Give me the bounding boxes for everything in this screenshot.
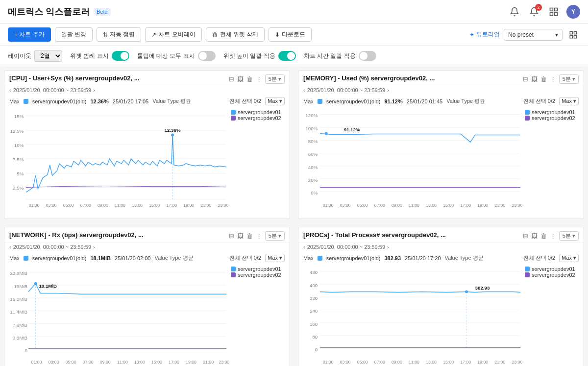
cpu-legend-item-2: servergroupdev02 (231, 115, 285, 121)
delete-all-button[interactable]: 🗑 전체 위젯 삭제 (206, 27, 265, 42)
procs-interval[interactable]: 5분 ▾ (559, 231, 579, 241)
procs-more-icon[interactable]: ⋮ (550, 232, 556, 240)
network-more-icon[interactable]: ⋮ (256, 232, 262, 240)
legend-toggle[interactable] (112, 51, 129, 61)
network-next-icon[interactable]: › (93, 244, 95, 250)
height-option: 위젯 높이 일괄 적용 (223, 51, 296, 61)
svg-text:15%: 15% (14, 114, 24, 119)
tooltip-option: 툴팁에 대상 모두 표시 (137, 51, 216, 61)
memory-prev-icon[interactable]: ‹ (303, 87, 305, 93)
memory-filter-icon[interactable]: ⊟ (523, 75, 528, 83)
cpu-more-icon[interactable]: ⋮ (256, 75, 262, 83)
notification-icon[interactable] (508, 5, 521, 19)
chevron-down-icon: ▾ (555, 31, 558, 38)
grid-settings-icon[interactable] (566, 28, 580, 42)
cpu-max-select[interactable]: Max ▾ (265, 97, 285, 105)
network-prev-icon[interactable]: ‹ (9, 244, 11, 250)
network-image-icon[interactable]: 🖼 (237, 232, 244, 240)
svg-text:01:00: 01:00 (323, 360, 334, 365)
network-max-select[interactable]: Max ▾ (265, 254, 285, 262)
svg-rect-6 (574, 35, 577, 38)
memory-more-icon[interactable]: ⋮ (550, 75, 556, 83)
tooltip-toggle[interactable] (198, 51, 216, 61)
svg-text:21:00: 21:00 (494, 203, 505, 208)
procs-trash-icon[interactable]: 🗑 (540, 232, 547, 240)
procs-prev-icon[interactable]: ‹ (303, 244, 305, 250)
memory-interval[interactable]: 5분 ▾ (559, 74, 579, 84)
cpu-prev-icon[interactable]: ‹ (9, 87, 11, 93)
time-toggle[interactable] (359, 51, 376, 61)
cpu-legend-item-1: servergroupdev01 (231, 109, 285, 115)
memory-legend-dot-2 (525, 116, 530, 121)
procs-chart-meta: Max servergroupdev01(oid) 382.93 25/01/2… (298, 252, 584, 264)
layout-icon[interactable] (547, 5, 561, 19)
memory-chart-title: [MEMORY] - Used (%) servergroupdev02, ..… (303, 74, 523, 82)
svg-text:13:00: 13:00 (132, 203, 143, 208)
network-date-range: ‹ 2025/01/20, 00:00:00 ~ 23:59:59 › (4, 243, 290, 252)
procs-next-icon[interactable]: › (387, 244, 389, 250)
procs-legend: servergroupdev01 servergroupdev02 (525, 264, 579, 366)
svg-text:09:00: 09:00 (392, 203, 402, 208)
memory-trash-icon[interactable]: 🗑 (540, 75, 547, 83)
cpu-chart-card: [CPU] - User+Sys (%) servergroupdev02, .… (4, 70, 290, 219)
svg-text:15.2MiB: 15.2MiB (10, 296, 27, 302)
network-legend: servergroupdev01 servergroupdev02 (231, 264, 285, 366)
cpu-chart-title: [CPU] - User+Sys (%) servergroupdev02, .… (9, 74, 229, 82)
layout-select[interactable]: 2열 (34, 50, 62, 62)
add-chart-button[interactable]: + 차트 추가 (8, 27, 51, 42)
procs-chart-body: 480 400 320 240 160 80 0 (298, 264, 584, 366)
svg-text:11.4MiB: 11.4MiB (10, 309, 27, 315)
memory-legend-item-2: servergroupdev02 (525, 115, 579, 121)
cpu-trash-icon[interactable]: 🗑 (246, 75, 253, 83)
procs-max-select[interactable]: Max ▾ (559, 254, 579, 262)
svg-text:2.5%: 2.5% (13, 185, 24, 191)
memory-image-icon[interactable]: 🖼 (531, 75, 538, 83)
bulk-edit-button[interactable]: 일괄 변경 (55, 27, 93, 42)
svg-text:05:00: 05:00 (357, 203, 368, 208)
network-chart-card: [NETWORK] - Rx (bps) servergroupdev02, .… (4, 227, 290, 366)
svg-text:19:00: 19:00 (183, 203, 194, 208)
avatar[interactable]: Y (566, 5, 580, 19)
svg-text:3.8MiB: 3.8MiB (13, 335, 27, 341)
tutorial-link[interactable]: ✦ 튜토리얼 (469, 30, 500, 39)
procs-filter-icon[interactable]: ⊟ (523, 232, 528, 240)
cpu-interval[interactable]: 5분 ▾ (265, 74, 285, 84)
svg-text:05:00: 05:00 (357, 360, 368, 365)
svg-text:05:00: 05:00 (66, 360, 76, 365)
network-interval[interactable]: 5분 ▾ (265, 231, 285, 241)
svg-text:07:00: 07:00 (83, 360, 94, 365)
memory-next-icon[interactable]: › (387, 87, 389, 93)
svg-text:01:00: 01:00 (31, 360, 42, 365)
svg-text:07:00: 07:00 (374, 360, 385, 365)
svg-text:07:00: 07:00 (80, 203, 91, 208)
chart-overlay-button[interactable]: ↗ 차트 오버레이 (145, 27, 201, 42)
svg-text:91.12%: 91.12% (344, 127, 360, 132)
download-button[interactable]: ⬇ 다운로드 (269, 27, 312, 42)
svg-text:12.36%: 12.36% (165, 127, 181, 133)
chart-overlay-icon: ↗ (151, 31, 156, 38)
procs-chart-title: [PROCs] - Total Process# servergroupdev0… (303, 231, 523, 239)
svg-text:80: 80 (312, 334, 318, 340)
network-chart-body: 22.8MiB 19MiB 15.2MiB 11.4MiB 7.6MiB 3.8… (4, 264, 290, 366)
auto-sort-button[interactable]: ⇅ 자동 정렬 (97, 27, 141, 42)
svg-text:23:00: 23:00 (512, 203, 522, 208)
procs-legend-dot-2 (525, 272, 530, 277)
memory-max-select[interactable]: Max ▾ (559, 97, 579, 105)
memory-chart-header: [MEMORY] - Used (%) servergroupdev02, ..… (298, 71, 584, 86)
network-filter-icon[interactable]: ⊟ (229, 232, 234, 240)
preset-select[interactable]: No preset ▾ (504, 29, 563, 41)
cpu-next-icon[interactable]: › (93, 87, 95, 93)
network-trash-icon[interactable]: 🗑 (246, 232, 253, 240)
svg-rect-7 (570, 35, 572, 38)
beta-badge: Beta (94, 8, 111, 16)
procs-image-icon[interactable]: 🖼 (531, 232, 538, 240)
memory-legend: servergroupdev01 servergroupdev02 (525, 107, 579, 217)
auto-sort-icon: ⇅ (103, 31, 108, 38)
svg-text:13:00: 13:00 (134, 360, 145, 365)
cpu-image-icon[interactable]: 🖼 (237, 75, 244, 83)
cpu-filter-icon[interactable]: ⊟ (229, 75, 234, 83)
height-toggle[interactable] (278, 51, 296, 61)
bell-icon[interactable]: 2 (527, 5, 541, 19)
svg-text:15:00: 15:00 (151, 360, 162, 365)
svg-text:400: 400 (310, 283, 318, 288)
